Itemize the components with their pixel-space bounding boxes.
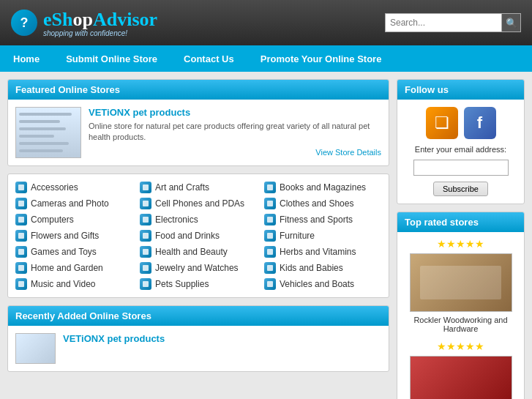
cat-icon [140, 230, 151, 242]
featured-panel: Featured Online Stores [7, 79, 389, 166]
cat-icon [15, 278, 27, 290]
cat-vehicles[interactable]: Vehicles and Boats [264, 278, 381, 290]
follow-header: Follow us [397, 80, 524, 100]
rated-store-1: ★★★★★ Rockler Woodworking and Hardware [403, 238, 518, 333]
store-1-image[interactable] [410, 253, 512, 312]
cat-icon [140, 246, 151, 258]
cat-icon [264, 262, 276, 274]
email-input[interactable] [413, 160, 509, 176]
cat-icon [140, 198, 151, 209]
cat-music[interactable]: Music and Video [15, 278, 132, 290]
logo-text[interactable]: eShopAdvisor [43, 9, 157, 31]
logo-tagline: shopping with confidence! [43, 29, 157, 37]
rated-store-2: ★★★★★ CROCS [403, 340, 518, 399]
view-details-link[interactable]: View Store Details [89, 148, 381, 157]
recently-thumb [15, 333, 56, 364]
nav: Home Submit Online Store Contact Us Prom… [0, 45, 532, 72]
search-button[interactable]: 🔍 [502, 13, 521, 32]
recently-store-name[interactable]: VETiONX pet products [63, 333, 165, 344]
logo-esho: eSh [43, 9, 72, 30]
store-2-stars: ★★★★★ [437, 340, 484, 352]
cat-food[interactable]: Food and Drinks [140, 230, 257, 242]
store-thumbnail [15, 107, 81, 158]
cat-art-crafts[interactable]: Art and Crafts [140, 182, 257, 193]
cat-cell-phones[interactable]: Cell Phones and PDAs [140, 198, 257, 209]
follow-panel: Follow us ❏ f Enter your email address: … [397, 79, 525, 204]
cat-icon [264, 214, 276, 225]
cat-icon [140, 182, 151, 193]
rss-icon[interactable]: ❏ [426, 107, 458, 139]
facebook-icon[interactable]: f [464, 107, 496, 139]
cat-furniture[interactable]: Furniture [264, 230, 381, 242]
right-column: Follow us ❏ f Enter your email address: … [397, 79, 525, 399]
categories-panel: Accessories Art and Crafts Books and Mag… [7, 174, 389, 298]
recently-added-panel: Recently Added Online Stores VETiONX pet… [7, 305, 389, 372]
featured-text: VETiONX pet products Online store for na… [89, 107, 381, 157]
store-1-stars: ★★★★★ [437, 238, 484, 250]
cat-icon [15, 214, 27, 225]
featured-panel-body: VETiONX pet products Online store for na… [8, 100, 389, 165]
featured-store-desc: Online store for natural pet care produc… [89, 121, 381, 143]
cat-icon [264, 182, 276, 193]
cat-icon [15, 262, 27, 274]
store-2-image[interactable] [410, 356, 512, 399]
left-column: Featured Online Stores [7, 79, 389, 399]
cat-jewelry[interactable]: Jewelry and Watches [140, 262, 257, 274]
nav-promote[interactable]: Promote Your Online Store [247, 45, 395, 72]
cat-health[interactable]: Health and Beauty [140, 246, 257, 258]
cat-books[interactable]: Books and Magazines [264, 182, 381, 193]
cat-fitness[interactable]: Fitness and Sports [264, 214, 381, 225]
cat-icon [264, 278, 276, 290]
store-1-name[interactable]: Rockler Woodworking and Hardware [403, 316, 518, 333]
cat-icon [15, 230, 27, 242]
follow-body: ❏ f Enter your email address: Subscribe [397, 100, 524, 204]
nav-submit[interactable]: Submit Online Store [53, 45, 171, 72]
cat-clothes[interactable]: Clothes and Shoes [264, 198, 381, 209]
cat-icon [264, 246, 276, 258]
nav-home[interactable]: Home [0, 45, 53, 72]
cat-home-garden[interactable]: Home and Garden [15, 262, 132, 274]
featured-store-name[interactable]: VETiONX pet products [89, 107, 381, 118]
logo-area: ? eShopAdvisor shopping with confidence! [11, 9, 157, 37]
cat-games[interactable]: Games and Toys [15, 246, 132, 258]
recently-added-body: VETiONX pet products [8, 326, 389, 371]
social-icons: ❏ f [426, 107, 496, 139]
header: ? eShopAdvisor shopping with confidence!… [0, 0, 532, 45]
cat-icon [15, 246, 27, 258]
cat-computers[interactable]: Computers [15, 214, 132, 225]
recently-item: VETiONX pet products [15, 333, 381, 364]
cat-icon [264, 198, 276, 209]
cat-kids[interactable]: Kids and Babies [264, 262, 381, 274]
logo-advisor: Advisor [93, 9, 157, 30]
cat-icon [140, 278, 151, 290]
cat-accessories[interactable]: Accessories [15, 182, 132, 193]
logo-icon: ? [11, 10, 37, 36]
subscribe-button[interactable]: Subscribe [433, 182, 488, 196]
main: Featured Online Stores [0, 72, 532, 399]
top-rated-panel: Top rated stores ★★★★★ Rockler Woodworki… [397, 212, 525, 399]
categories-grid: Accessories Art and Crafts Books and Mag… [15, 182, 381, 290]
featured-panel-header: Featured Online Stores [8, 80, 389, 100]
cat-icon [15, 198, 27, 209]
cat-flowers[interactable]: Flowers and Gifts [15, 230, 132, 242]
cat-pets[interactable]: Pets Supplies [140, 278, 257, 290]
logo-op: op [72, 9, 92, 30]
cat-cameras[interactable]: Cameras and Photo [15, 198, 132, 209]
recently-added-header: Recently Added Online Stores [8, 306, 389, 326]
cat-electronics[interactable]: Electronics [140, 214, 257, 225]
cat-icon [15, 182, 27, 193]
cat-herbs[interactable]: Herbs and Vitamins [264, 246, 381, 258]
logo-text-area: eShopAdvisor shopping with confidence! [43, 9, 157, 37]
search-area: 🔍 [385, 13, 521, 32]
top-rated-body: ★★★★★ Rockler Woodworking and Hardware ★… [397, 232, 524, 399]
email-label: Enter your email address: [415, 145, 506, 154]
featured-item: VETiONX pet products Online store for na… [15, 107, 381, 158]
cat-icon [140, 262, 151, 274]
search-input[interactable] [385, 13, 502, 32]
nav-contact[interactable]: Contact Us [171, 45, 247, 72]
cat-icon [140, 214, 151, 225]
top-rated-header: Top rated stores [397, 212, 524, 232]
cat-icon [264, 230, 276, 242]
